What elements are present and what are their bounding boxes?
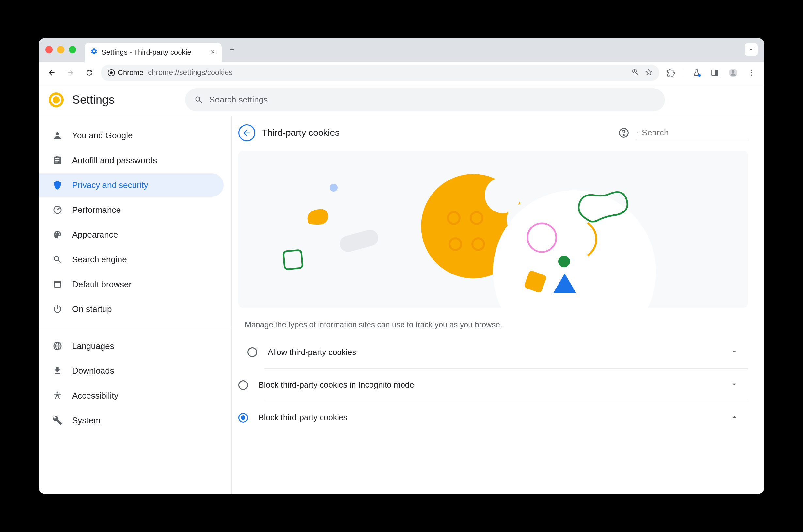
page-back-button[interactable] (238, 125, 255, 141)
svg-point-24 (330, 184, 338, 192)
window-icon (52, 279, 63, 290)
download-icon (52, 365, 63, 376)
url-text: chrome://settings/cookies (148, 68, 233, 77)
radio-button[interactable] (247, 347, 257, 357)
svg-point-7 (751, 70, 752, 71)
browser-window: Settings - Third-party cookie Chrome chr… (39, 38, 764, 494)
window-controls (45, 46, 76, 53)
chevron-up-icon[interactable] (730, 413, 739, 423)
search-placeholder: Search settings (209, 95, 268, 105)
sidebar-item-performance[interactable]: Performance (39, 198, 224, 222)
arc-icon (584, 220, 617, 259)
svg-point-6 (732, 70, 735, 73)
bookmark-icon[interactable] (644, 68, 653, 78)
gear-icon (91, 48, 98, 57)
svg-point-15 (624, 135, 625, 136)
settings-search[interactable]: Search settings (185, 89, 665, 111)
option-block-incognito[interactable]: Block third-party cookies in Incognito m… (264, 368, 748, 401)
palette-icon (52, 229, 63, 240)
person-icon (52, 130, 63, 141)
settings-body: You and Google Autofill and passwords Pr… (39, 116, 764, 494)
forward-button[interactable] (63, 65, 78, 80)
speedometer-icon (52, 204, 63, 215)
svg-point-9 (751, 74, 752, 76)
help-icon[interactable] (618, 127, 630, 139)
option-block[interactable]: Block third-party cookies (264, 401, 748, 434)
svg-rect-26 (283, 250, 303, 270)
search-icon (52, 254, 63, 265)
chrome-logo-icon (49, 92, 64, 107)
svg-rect-25 (340, 229, 380, 252)
page-description: Manage the types of information sites ca… (238, 317, 748, 336)
sidebar-item-system[interactable]: System (39, 408, 224, 432)
svg-point-10 (56, 132, 59, 135)
svg-point-1 (110, 72, 113, 74)
sidebar-item-autofill[interactable]: Autofill and passwords (39, 149, 224, 172)
settings-title: Settings (72, 93, 115, 107)
sidebar-item-downloads[interactable]: Downloads (39, 359, 224, 382)
menu-button[interactable] (744, 65, 759, 80)
new-tab-button[interactable] (226, 43, 238, 56)
reload-button[interactable] (82, 65, 97, 80)
tab-title: Settings - Third-party cookie (101, 48, 206, 56)
diamond-icon (522, 269, 548, 295)
hero-illustration (238, 151, 748, 308)
triangle-icon (552, 272, 578, 295)
extensions-button[interactable] (663, 65, 678, 80)
back-button[interactable] (44, 65, 59, 80)
sidebar-item-languages[interactable]: Languages (39, 334, 224, 358)
sidebar-item-on-startup[interactable]: On startup (39, 297, 224, 321)
maximize-window-button[interactable] (69, 46, 76, 53)
svg-rect-29 (523, 270, 547, 293)
sidebar-item-search-engine[interactable]: Search engine (39, 248, 224, 271)
power-icon (52, 304, 63, 315)
settings-header: Settings Search settings (39, 84, 764, 116)
labs-button[interactable] (689, 65, 704, 80)
accessibility-icon (52, 390, 63, 401)
close-tab-button[interactable] (210, 49, 216, 56)
svg-rect-4 (715, 70, 718, 75)
option-allow[interactable]: Allow third-party cookies (238, 336, 748, 368)
search-icon (194, 95, 203, 104)
sidebar-item-you-and-google[interactable]: You and Google (39, 124, 224, 147)
wrench-icon (52, 415, 63, 426)
pill-icon (340, 229, 382, 252)
radio-button[interactable] (238, 413, 248, 423)
shield-icon (52, 179, 63, 191)
radio-button[interactable] (238, 380, 248, 390)
settings-main: Third-party cookies (231, 116, 764, 494)
blob-icon (305, 207, 331, 226)
profile-button[interactable] (726, 65, 741, 80)
browser-tab[interactable]: Settings - Third-party cookie (84, 43, 222, 62)
page-search-input[interactable] (642, 128, 748, 138)
svg-point-27 (528, 223, 556, 252)
square-icon (282, 249, 305, 272)
sidebar-item-appearance[interactable]: Appearance (39, 223, 224, 246)
chevron-down-icon[interactable] (730, 347, 739, 357)
svg-point-13 (57, 392, 58, 393)
search-icon (637, 129, 638, 137)
side-panel-button[interactable] (707, 65, 722, 80)
browser-toolbar: Chrome chrome://settings/cookies (39, 62, 764, 84)
close-window-button[interactable] (45, 46, 53, 53)
address-bar[interactable]: Chrome chrome://settings/cookies (101, 64, 659, 81)
tab-search-button[interactable] (745, 43, 758, 56)
settings-sidebar: You and Google Autofill and passwords Pr… (39, 116, 231, 494)
sidebar-item-privacy[interactable]: Privacy and security (39, 173, 224, 197)
circle-icon (525, 221, 558, 254)
chevron-down-icon[interactable] (730, 380, 739, 390)
tab-strip: Settings - Third-party cookie (39, 38, 764, 62)
page-search-field[interactable] (637, 126, 748, 139)
svg-point-28 (558, 255, 570, 267)
zoom-icon[interactable] (631, 68, 639, 77)
clipboard-icon (52, 155, 63, 166)
globe-icon (52, 340, 63, 352)
minimize-window-button[interactable] (57, 46, 64, 53)
sidebar-item-accessibility[interactable]: Accessibility (39, 384, 224, 407)
page-header: Third-party cookies (238, 125, 748, 141)
chrome-icon (108, 69, 115, 77)
site-chip: Chrome (108, 69, 143, 77)
dot-icon (330, 184, 338, 192)
sidebar-item-default-browser[interactable]: Default browser (39, 272, 224, 296)
page-title: Third-party cookies (262, 128, 340, 138)
